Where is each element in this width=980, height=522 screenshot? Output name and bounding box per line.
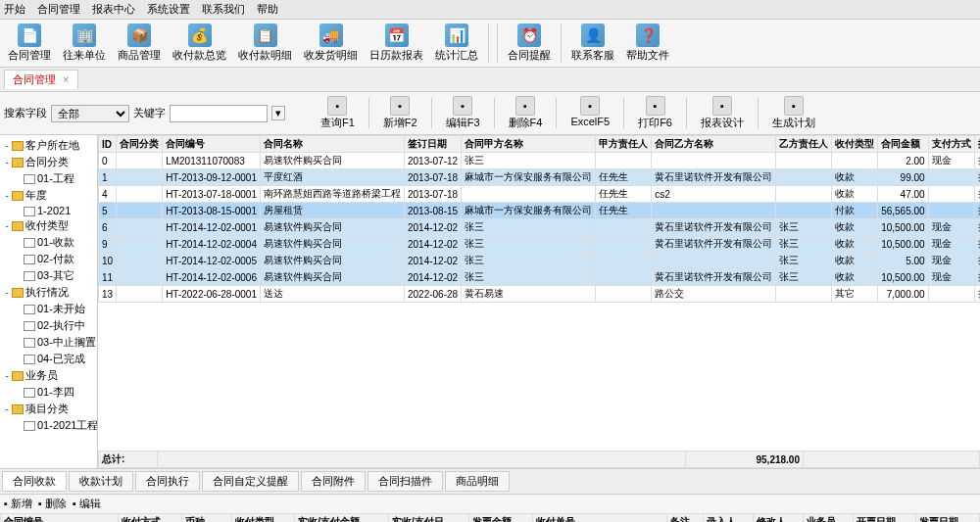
btn-ExcelF5[interactable]: ▪ExcelF5: [563, 96, 617, 130]
scol-收付方式[interactable]: 收付方式: [119, 514, 182, 523]
col-合同名称[interactable]: 合同名称: [260, 136, 404, 153]
subbtn-新增[interactable]: ▪ 新增: [4, 497, 32, 511]
tool-统计汇总[interactable]: 📊统计汇总: [429, 22, 484, 65]
tree-01-李四[interactable]: 01-李四: [2, 384, 95, 401]
col-合同甲方名称[interactable]: 合同甲方名称: [462, 136, 596, 153]
tree-执行情况[interactable]: -执行情况: [2, 284, 95, 301]
table-row[interactable]: 5HT-2013-08-15-0001房屋租赁2013-08-15麻城市一方保安…: [99, 203, 981, 219]
col-执行情况[interactable]: 执行情况: [974, 136, 980, 153]
btn-删除F4[interactable]: ▪删除F4: [501, 96, 551, 130]
menu-帮助[interactable]: 帮助: [257, 2, 278, 17]
table-row[interactable]: 13HT-2022-06-28-0001送达2022-06-28黄石易速路公交其…: [99, 286, 981, 303]
folder-icon: [12, 371, 24, 381]
dropdown-icon[interactable]: ▾: [271, 106, 285, 120]
col-乙方责任人[interactable]: 乙方责任人: [776, 136, 832, 153]
table-row[interactable]: 11HT-2014-12-02-0006易速软件购买合同2014-12-02张三…: [99, 269, 981, 286]
tree-客户所在地[interactable]: -客户所在地: [2, 137, 95, 154]
tree-02-付款[interactable]: 02-付款: [2, 251, 95, 267]
table-row[interactable]: 1HT-2013-09-12-0001平度红酒2013-07-18麻城市一方保安…: [99, 169, 981, 186]
folder-icon: [12, 158, 24, 167]
table-row[interactable]: 4HT-2013-07-18-0001南环路慧姐西路等道路桥梁工程2013-07…: [99, 186, 981, 203]
tool-收发货明细[interactable]: 🚚收发货明细: [298, 22, 364, 65]
tool-帮助文件[interactable]: ❓帮助文件: [620, 22, 675, 65]
col-支付方式[interactable]: 支付方式: [928, 136, 974, 153]
scol-实收/支付金额[interactable]: 实收/支付金额: [295, 514, 389, 523]
tool-往来单位[interactable]: 🏢往来单位: [57, 22, 112, 65]
tree-01-未开始[interactable]: 01-未开始: [2, 301, 95, 317]
tree-1-2021[interactable]: 1-2021: [2, 204, 95, 217]
scol-收付单号[interactable]: 收付单号: [532, 514, 667, 523]
tool-联系客服[interactable]: 👤联系客服: [565, 22, 620, 65]
tree-合同分类[interactable]: -合同分类: [2, 154, 95, 170]
sub-grid[interactable]: 合同编号收付方式币种收付类型实收/支付金额实收/支付日发票金额收付单号备注录入人…: [0, 513, 980, 522]
btn-报表设计[interactable]: ▪报表设计: [693, 96, 752, 130]
tool-合同管理[interactable]: 📄合同管理: [2, 22, 57, 65]
tree-03-中止搁置[interactable]: 03-中止搁置: [2, 334, 95, 351]
col-合同乙方名称[interactable]: 合同乙方名称: [652, 136, 776, 153]
col-ID[interactable]: ID: [99, 136, 117, 153]
tree-01-工程[interactable]: 01-工程: [2, 170, 95, 187]
close-icon[interactable]: ×: [63, 73, 69, 85]
tab-contract-mgmt[interactable]: 合同管理 ×: [4, 70, 78, 89]
menu-合同管理[interactable]: 合同管理: [37, 2, 80, 17]
scol-币种[interactable]: 币种: [181, 514, 231, 523]
menu-开始[interactable]: 开始: [4, 2, 25, 17]
tree-01-2021工程[interactable]: 01-2021工程: [2, 417, 95, 434]
tool-收付款明细[interactable]: 📋收付款明细: [232, 22, 298, 65]
tool-日历款报表[interactable]: 📅日历款报表: [364, 22, 429, 65]
tree-02-执行中[interactable]: 02-执行中: [2, 317, 95, 334]
scol-录入人[interactable]: 录入人: [704, 514, 754, 523]
scol-修改人[interactable]: 修改人: [754, 514, 804, 523]
table-row[interactable]: 9HT-2014-12-02-0004易速软件购买合同2014-12-02张三黄…: [99, 236, 981, 253]
subtab-合同扫描件[interactable]: 合同扫描件: [368, 471, 443, 492]
btn-打印F6[interactable]: ▪打印F6: [630, 96, 680, 130]
tree-业务员[interactable]: -业务员: [2, 367, 95, 384]
subtab-合同收款[interactable]: 合同收款: [2, 471, 67, 492]
scol-合同编号[interactable]: 合同编号: [1, 514, 119, 523]
menu-联系我们[interactable]: 联系我们: [202, 2, 245, 17]
subtab-合同自定义提醒[interactable]: 合同自定义提醒: [202, 471, 299, 492]
btn-新增F2[interactable]: ▪新增F2: [375, 96, 425, 130]
subbtn-删除[interactable]: ▪ 删除: [38, 497, 67, 511]
search-input[interactable]: [170, 105, 268, 122]
table-row[interactable]: 10HT-2014-12-02-0005易速软件购买合同2014-12-02张三…: [99, 253, 981, 269]
sub-toolbar: ▪ 新增▪ 删除▪ 编辑: [0, 495, 980, 513]
scol-发票金额[interactable]: 发票金额: [469, 514, 533, 523]
subtab-合同附件[interactable]: 合同附件: [301, 471, 366, 492]
btn-编辑F3[interactable]: ▪编辑F3: [438, 96, 488, 130]
col-甲方责任人[interactable]: 甲方责任人: [596, 136, 652, 153]
menu-系统设置[interactable]: 系统设置: [147, 2, 190, 17]
tree-03-其它[interactable]: 03-其它: [2, 267, 95, 284]
subtab-收款计划[interactable]: 收款计划: [69, 471, 133, 492]
scol-实收/支付日[interactable]: 实收/支付日: [388, 514, 468, 523]
tool-收付款总览[interactable]: 💰收付款总览: [167, 22, 232, 65]
search-field-select[interactable]: 全部: [51, 105, 129, 122]
col-合同分类[interactable]: 合同分类: [117, 136, 163, 153]
subtab-商品明细[interactable]: 商品明细: [445, 471, 510, 492]
subtab-合同执行[interactable]: 合同执行: [135, 471, 200, 492]
scol-开票日期[interactable]: 开票日期: [853, 514, 916, 523]
tree-04-已完成[interactable]: 04-已完成: [2, 351, 95, 367]
tree-项目分类[interactable]: -项目分类: [2, 401, 95, 417]
tool-商品管理[interactable]: 📦商品管理: [112, 22, 167, 65]
scol-备注[interactable]: 备注: [667, 514, 704, 523]
menu-报表中心[interactable]: 报表中心: [92, 2, 135, 17]
收付款明细-icon: 📋: [254, 24, 277, 47]
subbtn-编辑[interactable]: ▪ 编辑: [73, 497, 101, 511]
scol-业务员[interactable]: 业务员: [804, 514, 854, 523]
tool-合同提醒[interactable]: ⏰合同提醒: [502, 22, 557, 65]
btn-生成计划[interactable]: ▪生成计划: [764, 96, 823, 130]
scol-收付类型[interactable]: 收付类型: [231, 514, 295, 523]
col-签订日期[interactable]: 签订日期: [404, 136, 461, 153]
tree-收付类型[interactable]: -收付类型: [2, 217, 95, 234]
table-row[interactable]: 6HT-2014-12-02-0001易速软件购买合同2014-12-02张三黄…: [99, 219, 981, 236]
tree-年度[interactable]: -年度: [2, 187, 95, 204]
col-合同金额[interactable]: 合同金额: [878, 136, 929, 153]
col-合同编号[interactable]: 合同编号: [163, 136, 261, 153]
scol-发票日期[interactable]: 发票日期: [916, 514, 980, 523]
tree-01-收款[interactable]: 01-收款: [2, 234, 95, 251]
col-收付类型[interactable]: 收付类型: [832, 136, 878, 153]
contract-grid[interactable]: ID合同分类合同编号合同名称签订日期合同甲方名称甲方责任人合同乙方名称乙方责任人…: [98, 135, 980, 451]
table-row[interactable]: 0LM201311070083易速软件购买合同2013-07-12张三2.00现…: [99, 153, 981, 169]
btn-查询F1[interactable]: ▪查询F1: [313, 96, 363, 130]
